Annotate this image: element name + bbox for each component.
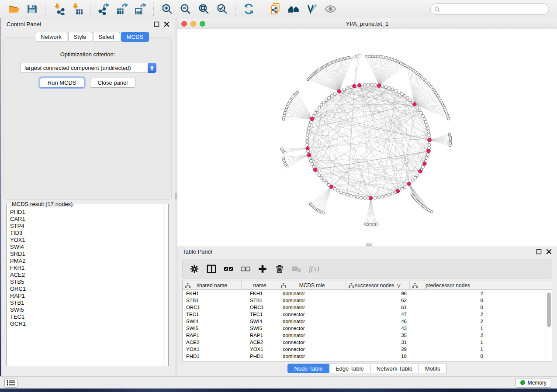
mcds-result-item[interactable]: STB5: [7, 279, 163, 285]
graph-leaf-node[interactable]: [430, 210, 433, 213]
graph-node[interactable]: [374, 84, 377, 87]
graph-node[interactable]: [349, 194, 352, 197]
graph-node[interactable]: [320, 176, 323, 179]
graph-node[interactable]: [394, 89, 397, 92]
graph-node[interactable]: [349, 86, 352, 89]
graph-leaf-node[interactable]: [375, 223, 378, 225]
table-row[interactable]: ACE2ACE2connector311: [183, 339, 552, 346]
graph-mcds-node[interactable]: [329, 185, 333, 189]
tab-network[interactable]: Network: [35, 32, 67, 42]
graph-node[interactable]: [403, 186, 406, 189]
table-cell[interactable]: SWI5: [183, 325, 242, 332]
mcds-result-item[interactable]: STB1: [7, 299, 163, 306]
column-header-shared-name[interactable]: shared name: [183, 281, 242, 289]
save-session-button[interactable]: [24, 2, 39, 17]
graph-node[interactable]: [426, 153, 429, 156]
graph-node[interactable]: [428, 143, 431, 146]
table-scrollbar[interactable]: [546, 290, 552, 361]
tab-node-table[interactable]: Node Table: [287, 364, 329, 373]
table-cell[interactable]: dominator: [278, 332, 346, 339]
network-titlebar[interactable]: YPA_prune.txt_1: [177, 18, 557, 29]
graph-mcds-node[interactable]: [313, 168, 317, 172]
graph-leaf-node[interactable]: [359, 55, 361, 57]
graph-node[interactable]: [401, 93, 404, 96]
network-canvas[interactable]: [177, 29, 557, 246]
graph-node[interactable]: [325, 99, 328, 102]
export-network-button[interactable]: [96, 2, 111, 17]
tab-mcds[interactable]: MCDS: [121, 32, 149, 42]
column-header-MCDS-role[interactable]: MCDS role: [278, 281, 346, 289]
graph-node[interactable]: [381, 85, 384, 88]
graph-node[interactable]: [333, 187, 336, 190]
scrollbar-thumb[interactable]: [547, 292, 551, 327]
graph-mcds-node[interactable]: [377, 84, 381, 87]
mcds-result-item[interactable]: TEC1: [7, 313, 163, 320]
graph-leaf-node[interactable]: [284, 151, 286, 154]
table-cell[interactable]: 2: [410, 311, 486, 318]
graph-node[interactable]: [398, 91, 401, 94]
table-settings-button[interactable]: [188, 262, 201, 275]
table-cell[interactable]: TEC1: [183, 311, 242, 318]
create-column-button[interactable]: [256, 262, 269, 275]
table-cell[interactable]: ORC1: [183, 304, 242, 311]
graph-mcds-node[interactable]: [419, 170, 422, 173]
graph-node[interactable]: [427, 130, 430, 133]
graph-mcds-node[interactable]: [396, 189, 399, 193]
table-cell[interactable]: SWI4: [183, 318, 242, 325]
tab-edge-table[interactable]: Edge Table: [329, 364, 370, 373]
zoom-selected-button[interactable]: [214, 2, 229, 17]
table-cell[interactable]: 96: [346, 290, 410, 297]
graph-node[interactable]: [336, 189, 339, 192]
graph-node[interactable]: [401, 187, 404, 190]
table-cell[interactable]: dominator: [278, 353, 346, 360]
mcds-result-list[interactable]: PHD1CAR1STP4TID3YOX1SWI4SRD1PMA2FKH1ACE2…: [7, 205, 163, 365]
table-mode-button[interactable]: [205, 262, 218, 275]
table-cell[interactable]: FKH1: [242, 290, 278, 297]
graph-node[interactable]: [406, 96, 409, 100]
graph-node[interactable]: [388, 86, 391, 89]
table-cell[interactable]: 2: [410, 318, 486, 325]
graph-node[interactable]: [333, 93, 336, 96]
float-panel-icon[interactable]: [154, 21, 159, 27]
graph-node[interactable]: [403, 94, 406, 97]
select-all-columns-button[interactable]: [222, 262, 235, 275]
graph-mcds-node[interactable]: [337, 89, 341, 93]
memory-button[interactable]: Memory: [515, 378, 551, 388]
graph-mcds-node[interactable]: [423, 162, 426, 165]
graph-node[interactable]: [343, 88, 346, 91]
table-cell[interactable]: dominator: [278, 297, 346, 304]
table-cell[interactable]: STB1: [183, 297, 242, 304]
task-history-button[interactable]: [4, 378, 17, 388]
graph-node[interactable]: [307, 127, 310, 130]
table-cell[interactable]: 46: [346, 318, 410, 325]
table-cell[interactable]: dominator: [278, 290, 346, 297]
mcds-result-item[interactable]: ORC1: [7, 285, 163, 292]
table-cell[interactable]: ACE2: [242, 339, 278, 346]
mcds-result-item[interactable]: TID3: [7, 230, 163, 237]
mcds-result-scrollbar[interactable]: [163, 204, 168, 366]
graph-node[interactable]: [422, 114, 425, 117]
open-session-button[interactable]: [6, 2, 21, 17]
table-cell[interactable]: RAP1: [242, 332, 278, 339]
table-cell[interactable]: 62: [346, 297, 410, 304]
table-cell[interactable]: connector: [278, 311, 346, 318]
mcds-result-item[interactable]: CAR1: [7, 216, 163, 223]
table-row[interactable]: PHD1PHD1dominator180: [183, 353, 552, 360]
graph-node[interactable]: [311, 162, 314, 165]
graph-node[interactable]: [426, 127, 429, 130]
mcds-result-item[interactable]: YOX1: [7, 237, 163, 244]
splitter-handle[interactable]: [175, 193, 177, 199]
graph-node[interactable]: [377, 196, 381, 199]
mcds-result-item[interactable]: SWI5: [7, 306, 163, 313]
table-cell[interactable]: TEC1: [242, 311, 278, 318]
import-table-button[interactable]: [69, 2, 84, 17]
graph-node[interactable]: [346, 193, 349, 196]
graph-leaf-node[interactable]: [351, 56, 353, 58]
graph-leaf-node[interactable]: [449, 144, 451, 147]
graph-node[interactable]: [391, 88, 394, 91]
refresh-view-button[interactable]: [241, 2, 256, 17]
graph-node[interactable]: [322, 101, 325, 104]
graph-node[interactable]: [325, 181, 328, 184]
graph-mcds-node[interactable]: [407, 182, 411, 186]
graph-mcds-node[interactable]: [427, 149, 430, 153]
